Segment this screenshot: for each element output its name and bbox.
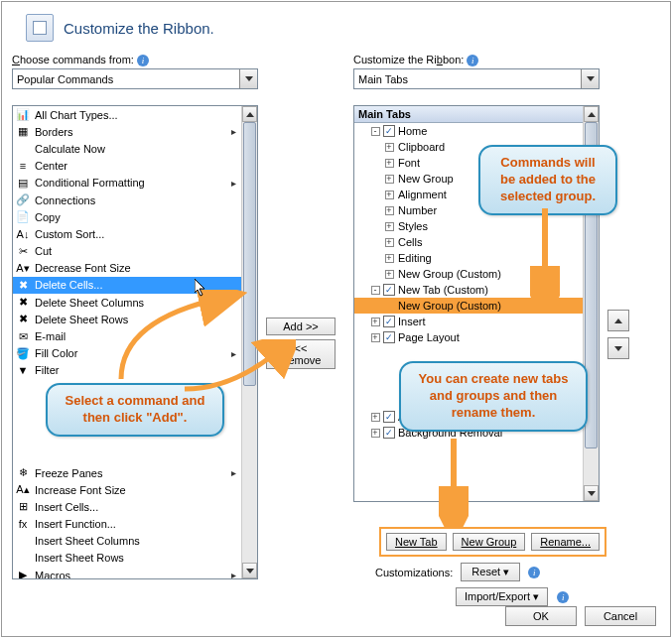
chevron-down-icon[interactable] — [239, 69, 257, 88]
rename-button[interactable]: Rename... — [531, 533, 600, 551]
command-icon: ▦ — [15, 124, 31, 140]
info-icon[interactable]: i — [137, 55, 149, 66]
scroll-down-icon[interactable] — [242, 563, 257, 578]
command-item[interactable]: ▦Borders▸ — [13, 123, 241, 140]
checkbox[interactable]: ✓ — [383, 125, 395, 137]
ok-button[interactable]: OK — [505, 606, 577, 626]
expand-icon[interactable]: + — [385, 191, 394, 199]
tree-row[interactable]: +Cells — [354, 234, 583, 250]
command-item[interactable]: ▼Filter — [13, 362, 241, 379]
move-up-button[interactable] — [607, 310, 629, 331]
checkbox[interactable]: ✓ — [383, 331, 395, 343]
info-icon[interactable]: i — [557, 591, 569, 603]
expand-icon[interactable]: + — [371, 429, 380, 438]
command-icon — [15, 431, 31, 447]
scroll-up-icon[interactable] — [242, 106, 257, 122]
tree-row[interactable]: +Editing — [354, 250, 583, 266]
command-item[interactable]: ✖Delete Cells... — [13, 277, 241, 294]
tree-row[interactable]: +Styles — [354, 218, 583, 234]
new-group-button[interactable]: New Group — [453, 533, 526, 551]
command-item[interactable]: Calculate Now — [13, 140, 241, 157]
add-button[interactable]: Add >> — [266, 318, 336, 335]
command-item[interactable]: ▶Macros▸ — [13, 567, 241, 578]
checkbox[interactable]: ✓ — [383, 316, 395, 327]
info-icon[interactable]: i — [528, 567, 540, 578]
tree-row[interactable] — [354, 345, 583, 361]
tree-row[interactable]: -✓Home — [354, 123, 583, 139]
command-icon — [15, 447, 31, 463]
submenu-icon: ▸ — [231, 467, 241, 478]
expand-icon[interactable]: + — [385, 238, 394, 247]
command-item[interactable]: ✉E-mail — [13, 327, 241, 344]
command-item[interactable]: A↓Custom Sort... — [13, 225, 241, 242]
command-item[interactable]: ✖Delete Sheet Rows — [13, 311, 241, 327]
checkbox[interactable]: ✓ — [383, 427, 395, 439]
collapse-icon[interactable]: - — [371, 127, 380, 136]
chevron-down-icon[interactable] — [581, 69, 599, 88]
command-icon: A↓ — [15, 226, 31, 242]
move-down-button[interactable] — [607, 337, 629, 359]
expand-icon[interactable]: + — [385, 206, 394, 215]
expand-icon[interactable]: + — [385, 222, 394, 231]
tree-row[interactable]: -✓New Tab (Custom) — [354, 282, 583, 298]
expand-icon[interactable]: + — [385, 254, 394, 263]
command-item[interactable]: 🪣Fill Color▸ — [13, 345, 241, 362]
customize-ribbon-combo[interactable]: Main Tabs — [353, 68, 600, 89]
command-icon: ✖ — [15, 277, 31, 293]
command-item[interactable]: ⊞Insert Cells... — [13, 498, 241, 515]
tree-label: New Tab (Custom) — [396, 284, 488, 296]
checkbox[interactable]: ✓ — [383, 284, 395, 296]
remove-button[interactable]: << Remove — [266, 339, 336, 369]
customize-ribbon-label: Customize the Ribbon: i — [353, 54, 600, 66]
tree-label: Font — [396, 157, 420, 169]
scroll-down-icon[interactable] — [584, 485, 599, 501]
tree-row[interactable]: +✓Insert — [354, 314, 583, 329]
command-item[interactable]: 🔗Connections — [13, 191, 241, 208]
checkbox[interactable]: ✓ — [383, 411, 395, 423]
callout-create-tabs: You can create new tabs and groups and t… — [399, 361, 588, 432]
reset-button[interactable]: Reset ▾ — [461, 563, 520, 581]
collapse-icon[interactable]: - — [371, 286, 380, 295]
command-item[interactable]: 📄Copy — [13, 208, 241, 225]
command-item[interactable]: A▴Increase Font Size — [13, 481, 241, 498]
choose-commands-combo[interactable]: Popular Commands — [12, 68, 258, 89]
tree-label: Clipboard — [396, 141, 445, 153]
expand-icon[interactable]: + — [371, 318, 380, 326]
expand-icon[interactable]: + — [385, 270, 394, 279]
expand-icon[interactable]: + — [385, 143, 394, 152]
tree-row[interactable]: New Group (Custom) — [354, 298, 583, 314]
tree-label: Insert — [396, 316, 426, 327]
command-label: Delete Sheet Columns — [35, 297, 144, 309]
tree-row[interactable]: +New Group (Custom) — [354, 266, 583, 282]
command-label: Cut — [35, 245, 52, 257]
expand-icon[interactable]: + — [385, 175, 394, 184]
cancel-button[interactable]: Cancel — [585, 606, 656, 626]
command-item[interactable] — [13, 447, 241, 464]
command-item[interactable]: ≡Center — [13, 158, 241, 175]
import-export-button[interactable]: Import/Export ▾ — [456, 587, 548, 606]
command-item[interactable]: ✂Cut — [13, 243, 241, 260]
tree-row[interactable]: +✓Page Layout — [354, 329, 583, 345]
command-item[interactable]: 📊All Chart Types... — [13, 106, 241, 123]
submenu-icon: ▸ — [231, 570, 241, 578]
command-item[interactable]: ❄Freeze Panes▸ — [13, 464, 241, 481]
command-item[interactable]: ✖Delete Sheet Columns — [13, 294, 241, 311]
tab-group-buttons: New Tab New Group Rename... — [379, 527, 606, 557]
scroll-up-icon[interactable] — [584, 106, 599, 122]
command-label: Delete Cells... — [35, 279, 102, 291]
command-item[interactable]: Insert Sheet Rows — [13, 550, 241, 567]
expand-icon[interactable]: + — [371, 413, 380, 422]
new-tab-button[interactable]: New Tab — [386, 533, 447, 551]
info-icon[interactable]: i — [467, 55, 478, 66]
customizations-row: Customizations: Reset ▾ i — [375, 563, 540, 581]
command-item[interactable]: Insert Sheet Columns — [13, 533, 241, 550]
command-item[interactable]: A▾Decrease Font Size — [13, 260, 241, 277]
expand-icon[interactable]: + — [371, 333, 380, 342]
command-icon: fx — [15, 516, 31, 532]
scrollbar[interactable] — [241, 106, 257, 578]
command-label: Center — [35, 160, 67, 172]
commands-listbox[interactable]: 📊All Chart Types...▦Borders▸Calculate No… — [12, 105, 258, 579]
command-item[interactable]: fxInsert Function... — [13, 516, 241, 533]
command-item[interactable]: ▤Conditional Formatting▸ — [13, 175, 241, 191]
expand-icon[interactable]: + — [385, 159, 394, 168]
